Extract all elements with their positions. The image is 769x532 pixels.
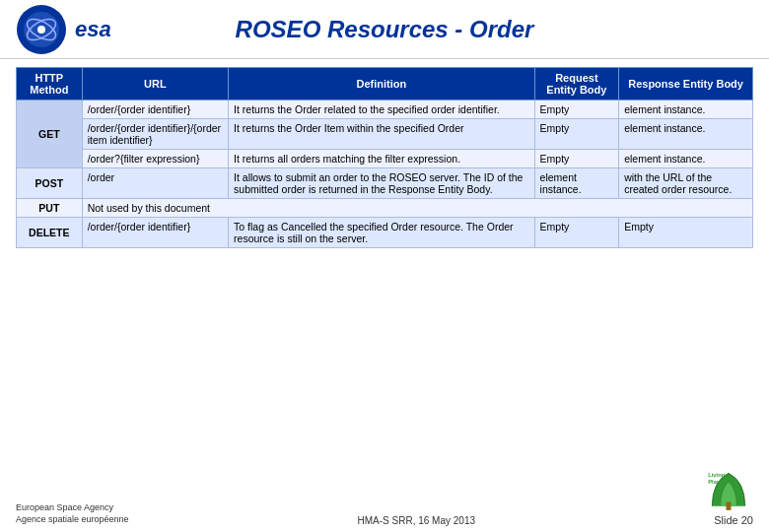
page: esa ROSEO Resources - Order HTTP Method … — [0, 0, 769, 532]
request-entity-cell: Empty — [534, 119, 619, 150]
living-planet-icon: Living Planet — [704, 465, 753, 514]
table-row: DELETE /order/{order identifier} To flag… — [17, 218, 753, 248]
url-cell: /order/{order identifier}/{order item id… — [82, 119, 228, 150]
method-delete: DELETE — [17, 218, 83, 248]
request-entity-cell: Empty — [534, 100, 619, 119]
esa-logo-icon — [16, 4, 67, 55]
definition-cell: It allows to submit an order to the ROSE… — [229, 168, 534, 199]
footer-right: Living Planet Slide 20 — [704, 465, 753, 526]
url-cell: /order?{filter expression} — [82, 150, 228, 168]
table-row: POST /order It allows to submit an order… — [17, 168, 753, 199]
response-entity-cell: with the URL of the created order resour… — [619, 168, 753, 199]
col-http-method: HTTP Method — [17, 68, 83, 100]
svg-point-4 — [37, 26, 45, 33]
definition-cell: It returns the Order related to the spec… — [229, 100, 534, 119]
page-title: ROSEO Resources - Order — [236, 16, 534, 43]
col-response-entity: Response Entity Body — [619, 68, 753, 100]
method-put: PUT — [17, 199, 83, 218]
response-entity-cell: element instance. — [619, 100, 753, 119]
request-entity-cell: element instance. — [534, 168, 619, 199]
agency-line2: Agence spatiale européenne — [16, 513, 129, 526]
footer-conference: HMA-S SRR, 16 May 2013 — [358, 515, 476, 526]
definition-cell: To flag as Cancelled the specified Order… — [229, 218, 534, 248]
method-post: POST — [17, 168, 83, 199]
response-entity-cell: element instance. — [619, 119, 753, 150]
url-cell: /order/{order identifier} — [82, 218, 228, 248]
table-row: GET /order/{order identifier} It returns… — [17, 100, 753, 119]
table-header-row: HTTP Method URL Definition Request Entit… — [17, 68, 753, 100]
response-entity-cell: element instance. — [619, 150, 753, 168]
esa-logo-text: esa — [75, 17, 111, 42]
svg-rect-5 — [727, 502, 732, 510]
header-logo: esa — [16, 4, 111, 55]
main-content: HTTP Method URL Definition Request Entit… — [0, 59, 769, 469]
table-row: PUT Not used by this document — [17, 199, 753, 218]
svg-text:Living: Living — [708, 472, 726, 478]
table-row: /order?{filter expression} It returns al… — [17, 150, 753, 168]
definition-cell: It returns the Order Item within the spe… — [229, 119, 534, 150]
table-row: /order/{order identifier}/{order item id… — [17, 119, 753, 150]
resources-table: HTTP Method URL Definition Request Entit… — [16, 67, 753, 248]
footer: European Space Agency Agence spatiale eu… — [0, 469, 769, 532]
header: esa ROSEO Resources - Order — [0, 0, 769, 59]
slide-number: Slide 20 — [714, 514, 753, 526]
url-cell: /order — [82, 168, 228, 199]
response-entity-cell: Empty — [619, 218, 753, 248]
svg-text:Planet: Planet — [708, 479, 726, 485]
col-definition: Definition — [229, 68, 534, 100]
url-cell: /order/{order identifier} — [82, 100, 228, 119]
request-entity-cell: Empty — [534, 150, 619, 168]
agency-line1: European Space Agency — [16, 501, 129, 514]
definition-cell: It returns all orders matching the filte… — [229, 150, 534, 168]
col-request-entity: Request Entity Body — [534, 68, 619, 100]
col-url: URL — [82, 68, 228, 100]
request-entity-cell: Empty — [534, 218, 619, 248]
footer-agency: European Space Agency Agence spatiale eu… — [16, 501, 129, 526]
url-cell: Not used by this document — [82, 199, 752, 218]
method-get: GET — [17, 100, 83, 168]
